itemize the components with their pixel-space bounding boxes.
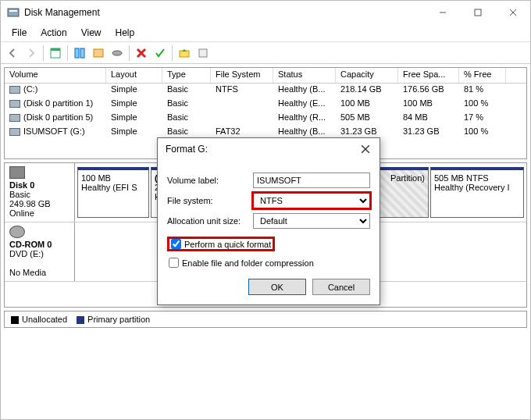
file-system-select[interactable]: NTFS <box>253 193 370 208</box>
window-title: Disk Management <box>24 7 425 18</box>
minimize-button[interactable] <box>425 1 460 24</box>
dialog-title: Format G: <box>166 144 208 155</box>
legend-unallocated: Unallocated <box>11 315 67 324</box>
col-pct[interactable]: % Free <box>459 68 506 83</box>
col-free[interactable]: Free Spa... <box>398 68 459 83</box>
column-headers[interactable]: Volume Layout Type File System Status Ca… <box>5 68 526 84</box>
folder-up-icon[interactable] <box>176 44 193 62</box>
menubar: File Action View Help <box>1 24 530 42</box>
disk-info: CD-ROM 0 DVD (E:) No Media <box>5 222 75 281</box>
menu-help[interactable]: Help <box>109 26 141 40</box>
dialog-close-button[interactable] <box>356 140 375 158</box>
col-capacity[interactable]: Capacity <box>336 68 398 83</box>
close-button[interactable] <box>495 1 530 24</box>
partition[interactable]: 505 MB NTFS Healthy (Recovery I <box>430 167 524 218</box>
cdrom-type: DVD (E:) <box>9 249 44 258</box>
disk-icon[interactable] <box>194 44 212 62</box>
volume-label-input[interactable] <box>253 173 370 188</box>
menu-file[interactable]: File <box>5 26 33 40</box>
disk-icon <box>9 166 25 179</box>
disk-info: Disk 0 Basic 249.98 GB Online <box>5 163 75 222</box>
back-button[interactable] <box>4 44 21 62</box>
quick-format-label: Perform a quick format <box>184 240 271 249</box>
svg-rect-10 <box>94 49 103 57</box>
app-icon <box>7 6 20 19</box>
svg-point-11 <box>112 51 122 55</box>
compression-label: Enable file and folder compression <box>182 258 314 268</box>
legend: Unallocated Primary partition <box>4 311 527 328</box>
maximize-button[interactable] <box>460 1 495 24</box>
svg-rect-13 <box>199 49 207 57</box>
ok-button[interactable]: OK <box>248 279 306 295</box>
settings-icon[interactable] <box>90 44 107 62</box>
partition[interactable]: 100 MB Healthy (EFI S <box>77 167 149 218</box>
table-row[interactable]: (C:)SimpleBasicNTFSHealthy (B...218.14 G… <box>5 84 526 98</box>
compression-checkbox[interactable] <box>169 258 179 268</box>
svg-rect-1 <box>9 10 17 12</box>
col-layout[interactable]: Layout <box>106 68 162 83</box>
forward-button[interactable] <box>23 44 40 62</box>
col-volume[interactable]: Volume <box>5 68 106 83</box>
svg-rect-0 <box>8 9 19 16</box>
cdrom-label: CD-ROM 0 <box>9 240 52 249</box>
svg-rect-3 <box>475 9 481 16</box>
svg-rect-8 <box>75 48 79 58</box>
svg-rect-7 <box>51 48 60 51</box>
refresh-icon[interactable] <box>71 44 88 62</box>
allocation-size-label: Allocation unit size: <box>167 216 253 226</box>
col-type[interactable]: Type <box>162 68 211 83</box>
toolbar <box>1 42 530 64</box>
check-icon[interactable] <box>151 44 169 62</box>
svg-rect-12 <box>180 51 189 57</box>
cdrom-status: No Media <box>9 268 46 277</box>
legend-primary: Primary partition <box>77 315 150 324</box>
format-dialog: Format G: Volume label: File system: NTF… <box>157 137 380 305</box>
menu-action[interactable]: Action <box>34 26 73 40</box>
allocation-size-select[interactable]: Default <box>253 213 370 229</box>
col-fs[interactable]: File System <box>211 68 273 83</box>
svg-rect-9 <box>80 48 84 58</box>
titlebar: Disk Management <box>1 1 530 24</box>
col-status[interactable]: Status <box>273 68 336 83</box>
eject-icon[interactable] <box>109 44 126 62</box>
delete-icon[interactable] <box>133 44 150 62</box>
cancel-button[interactable]: Cancel <box>312 279 370 295</box>
volume-label-label: Volume label: <box>167 176 253 185</box>
quick-format-checkbox[interactable] <box>171 239 181 249</box>
cdrom-icon <box>9 226 25 238</box>
disk-status: Online <box>9 208 34 218</box>
table-row[interactable]: (Disk 0 partition 1)SimpleBasicHealthy (… <box>5 98 526 112</box>
table-row[interactable]: (Disk 0 partition 5)SimpleBasicHealthy (… <box>5 112 526 126</box>
disk-size: 249.98 GB <box>9 199 51 208</box>
disk-label: Disk 0 <box>9 180 34 190</box>
views-button[interactable] <box>47 44 64 62</box>
menu-view[interactable]: View <box>75 26 108 40</box>
file-system-label: File system: <box>167 196 253 205</box>
disk-type: Basic <box>9 190 30 199</box>
